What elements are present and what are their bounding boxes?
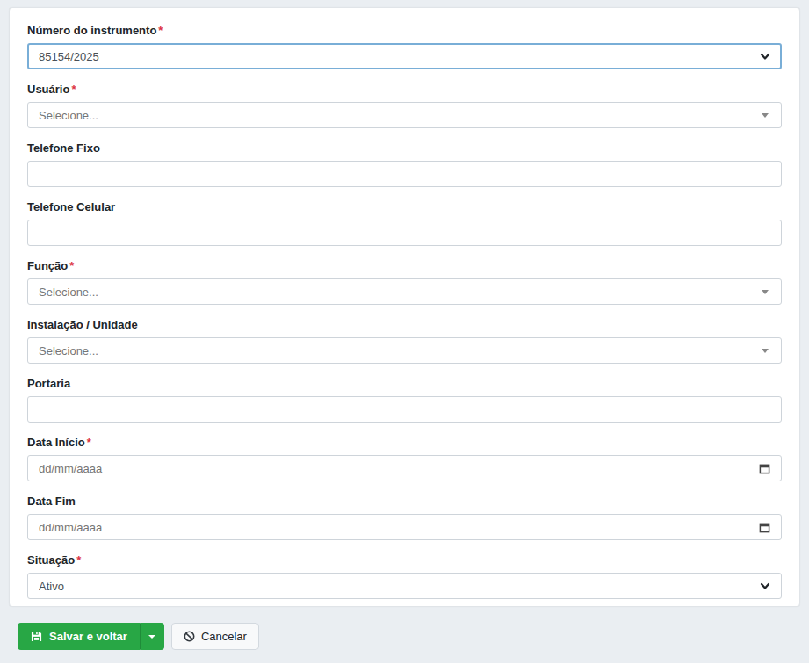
label-text: Usuário bbox=[27, 83, 69, 96]
selected-value: Ativo bbox=[39, 580, 760, 593]
data-fim-label: Data Fim bbox=[27, 495, 782, 509]
label-text: Telefone Celular bbox=[27, 200, 115, 213]
label-text: Portaria bbox=[27, 377, 70, 390]
portaria-group: Portaria bbox=[27, 377, 782, 423]
funcao-label: Função* bbox=[27, 259, 782, 273]
ban-icon bbox=[184, 631, 195, 642]
cancel-button[interactable]: Cancelar bbox=[171, 623, 259, 650]
form-card: Número do instrumento* 85154/2025 Usuári… bbox=[9, 7, 800, 607]
triangle-down-icon bbox=[762, 113, 769, 118]
label-text: Situação bbox=[27, 553, 75, 567]
floppy-disk-icon bbox=[31, 631, 42, 642]
numero-do-instrumento-select[interactable]: 85154/2025 bbox=[27, 43, 782, 69]
instalacao-unidade-group: Instalação / Unidade Selecione... bbox=[27, 318, 782, 364]
label-text: Data Início bbox=[27, 436, 85, 449]
telefone-fixo-input[interactable] bbox=[27, 161, 782, 187]
funcao-group: Função* Selecione... bbox=[27, 259, 782, 305]
date-placeholder: dd/mm/aaaa bbox=[39, 462, 759, 475]
numero-do-instrumento-label: Número do instrumento* bbox=[27, 24, 782, 38]
required-asterisk: * bbox=[69, 259, 74, 272]
data-inicio-date-input[interactable]: dd/mm/aaaa bbox=[27, 455, 782, 481]
situacao-group: Situação* Ativo bbox=[27, 553, 782, 599]
instalacao-unidade-label: Instalação / Unidade bbox=[27, 318, 782, 332]
situacao-label: Situação* bbox=[27, 553, 782, 567]
funcao-select[interactable]: Selecione... bbox=[27, 278, 782, 305]
save-button-group: Salvar e voltar bbox=[18, 623, 164, 650]
telefone-fixo-group: Telefone Fixo bbox=[27, 141, 782, 187]
numero-do-instrumento-group: Número do instrumento* 85154/2025 bbox=[27, 24, 782, 69]
select-placeholder: Selecione... bbox=[39, 344, 762, 358]
data-inicio-label: Data Início* bbox=[27, 436, 782, 450]
cancel-button-label: Cancelar bbox=[201, 630, 247, 643]
telefone-fixo-label: Telefone Fixo bbox=[27, 141, 782, 155]
date-placeholder: dd/mm/aaaa bbox=[39, 521, 759, 534]
required-asterisk: * bbox=[87, 436, 91, 449]
required-asterisk: * bbox=[158, 24, 163, 37]
required-asterisk: * bbox=[76, 553, 81, 567]
selected-value: 85154/2025 bbox=[39, 50, 760, 63]
data-inicio-group: Data Início* dd/mm/aaaa bbox=[27, 436, 782, 481]
required-asterisk: * bbox=[71, 83, 76, 96]
triangle-down-icon bbox=[762, 349, 769, 353]
instalacao-unidade-select[interactable]: Selecione... bbox=[27, 337, 782, 364]
portaria-label: Portaria bbox=[27, 377, 782, 391]
usuario-select[interactable]: Selecione... bbox=[27, 102, 782, 128]
situacao-select[interactable]: Ativo bbox=[27, 573, 782, 599]
save-and-return-button[interactable]: Salvar e voltar bbox=[18, 623, 140, 650]
page-footer bbox=[0, 663, 809, 672]
chevron-down-icon bbox=[760, 51, 770, 61]
select-placeholder: Selecione... bbox=[39, 285, 762, 299]
label-text: Instalação / Unidade bbox=[27, 318, 138, 331]
save-button-label: Salvar e voltar bbox=[49, 630, 127, 643]
data-fim-group: Data Fim dd/mm/aaaa bbox=[27, 495, 782, 540]
select-placeholder: Selecione... bbox=[39, 109, 762, 122]
usuario-group: Usuário* Selecione... bbox=[27, 83, 782, 128]
triangle-down-icon bbox=[762, 290, 769, 294]
calendar-icon bbox=[759, 463, 770, 474]
portaria-input[interactable] bbox=[27, 396, 782, 423]
chevron-down-icon bbox=[760, 581, 770, 591]
content-wrapper: Número do instrumento* 85154/2025 Usuári… bbox=[0, 0, 809, 663]
label-text: Número do instrumento bbox=[27, 24, 156, 37]
data-fim-date-input[interactable]: dd/mm/aaaa bbox=[27, 514, 782, 540]
label-text: Função bbox=[27, 259, 68, 272]
caret-down-icon bbox=[148, 635, 155, 639]
label-text: Data Fim bbox=[27, 495, 76, 508]
save-dropdown-toggle[interactable] bbox=[140, 623, 164, 650]
label-text: Telefone Fixo bbox=[27, 141, 100, 155]
calendar-icon bbox=[759, 522, 770, 533]
telefone-celular-group: Telefone Celular bbox=[27, 200, 782, 246]
usuario-label: Usuário* bbox=[27, 83, 782, 97]
telefone-celular-label: Telefone Celular bbox=[27, 200, 782, 214]
form-actions: Salvar e voltar Cancelar bbox=[18, 623, 800, 650]
telefone-celular-input[interactable] bbox=[27, 220, 782, 246]
